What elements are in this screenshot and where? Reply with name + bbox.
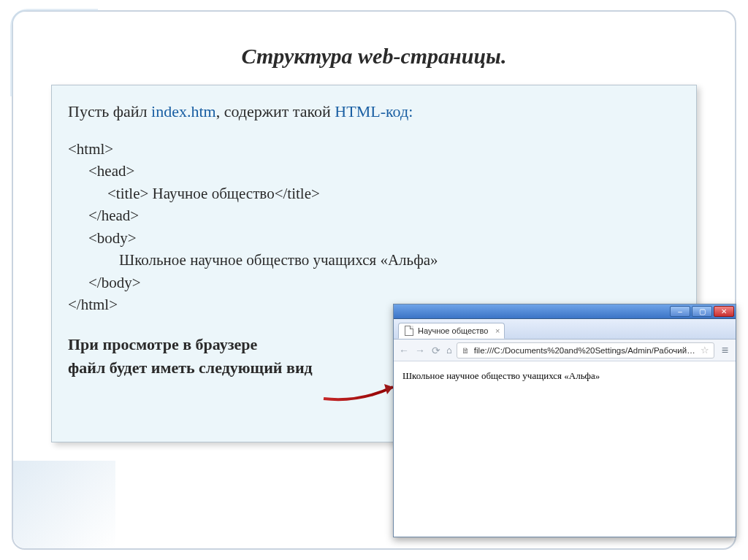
browser-tab[interactable]: Научное общество × [398, 323, 505, 339]
bookmark-star-icon[interactable]: ☆ [701, 345, 709, 356]
tab-title: Научное общество [418, 326, 488, 335]
window-maximize-button[interactable]: ▢ [692, 306, 712, 317]
window-titlebar: – ▢ ✕ [394, 304, 736, 319]
document-icon [405, 326, 413, 336]
back-icon[interactable]: ← [398, 345, 410, 356]
intro-text: Пусть файл index.htm, содержит такой HTM… [68, 100, 680, 123]
forward-icon[interactable]: → [414, 345, 426, 356]
browser-tabbar: Научное общество × [394, 319, 736, 340]
code-line: </body> [68, 272, 680, 294]
code-title-text: Научное общество [148, 185, 274, 202]
window-close-button[interactable]: ✕ [714, 306, 734, 317]
reload-icon[interactable]: ⟳ [430, 345, 442, 356]
code-line: <body> [68, 227, 680, 249]
home-icon[interactable]: ⌂ [446, 345, 452, 356]
window-minimize-button[interactable]: – [670, 306, 690, 317]
html-code-example: <html> <head> <title> Научное общество</… [68, 138, 680, 316]
intro-html-suffix: -код: [381, 102, 413, 120]
intro-mid: , содержит такой [216, 102, 335, 120]
code-line: <title> Научное общество</title> [68, 183, 680, 204]
code-tag-close: </title> [275, 185, 320, 202]
intro-html-word: HTML [335, 102, 380, 120]
tab-close-icon[interactable]: × [495, 326, 500, 335]
browser-toolbar: ← → ⟳ ⌂ 🗎 file:///C:/Documents%20and%20S… [394, 340, 736, 361]
browser-viewport: Школьное научное общество учащихся «Альф… [394, 361, 736, 391]
slide-title: Структура web-страницы. [13, 44, 735, 69]
bottom-left-decoration [13, 461, 115, 548]
code-line: </head> [68, 204, 680, 226]
code-line: Школьное научное общество учащихся «Альф… [68, 249, 680, 271]
code-tag-open: <title> [107, 185, 148, 202]
intro-prefix: Пусть файл [68, 102, 151, 120]
code-line: <html> [68, 138, 680, 160]
code-line: <head> [68, 160, 680, 182]
address-bar[interactable]: 🗎 file:///C:/Documents%20and%20Settings/… [457, 342, 714, 358]
menu-icon[interactable]: ≡ [719, 344, 731, 357]
file-icon: 🗎 [462, 346, 470, 355]
intro-filename: index.htm [151, 102, 216, 120]
browser-window: – ▢ ✕ Научное общество × ← → ⟳ ⌂ 🗎 file:… [393, 304, 736, 537]
page-body-text: Школьное научное общество учащихся «Альф… [402, 370, 727, 382]
slide-frame: Структура web-страницы. Пусть файл index… [12, 10, 736, 550]
url-text: file:///C:/Documents%20and%20Settings/Ad… [474, 346, 696, 355]
